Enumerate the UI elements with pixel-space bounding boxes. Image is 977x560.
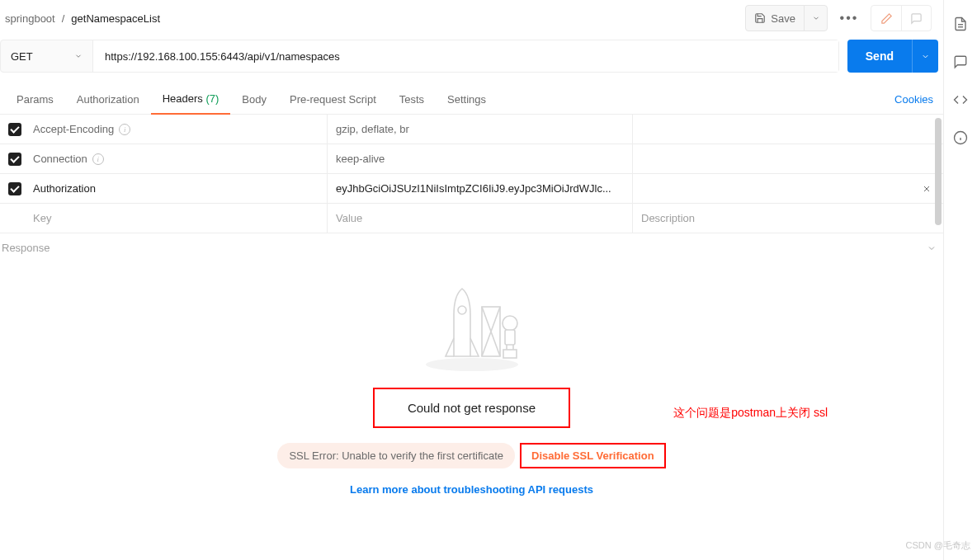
document-icon[interactable]: [953, 16, 968, 31]
topbar: springboot / getNamespaceList Save •••: [0, 0, 943, 40]
breadcrumb-parent[interactable]: springboot: [5, 12, 55, 25]
tab-authorization[interactable]: Authorization: [65, 85, 151, 114]
send-button[interactable]: Send: [847, 40, 912, 73]
right-rail: [944, 0, 977, 560]
rocket-illustration: [414, 282, 530, 373]
response-header: Response: [0, 233, 943, 259]
method-value: GET: [11, 50, 33, 63]
chevron-down-icon[interactable]: [927, 243, 937, 253]
breadcrumb-current[interactable]: getNamespaceList: [71, 12, 160, 25]
send-caret[interactable]: [912, 40, 938, 73]
table-row[interactable]: Accept-Encodingi gzip, deflate, br: [0, 115, 943, 144]
key-placeholder[interactable]: Key: [33, 212, 51, 224]
response-body: Could not get response SSL Error: Unable…: [0, 259, 943, 560]
checkbox[interactable]: [8, 123, 21, 136]
pencil-icon: [880, 12, 893, 25]
close-icon: [922, 184, 932, 194]
info-icon[interactable]: i: [92, 153, 104, 165]
annotation-text: 这个问题是postman上关闭 ssl: [673, 406, 828, 421]
comments-icon[interactable]: [953, 54, 968, 69]
send-group: Send: [847, 40, 938, 73]
chevron-down-icon: [921, 52, 930, 61]
ssl-error-pill: SSL Error: Unable to verify the first ce…: [277, 443, 515, 468]
learn-more-link[interactable]: Learn more about troubleshooting API req…: [350, 483, 593, 496]
headers-table: Accept-Encodingi gzip, deflate, br Conne…: [0, 115, 943, 233]
save-icon: [754, 12, 766, 24]
disable-ssl-box: Disable SSL Verification: [520, 443, 666, 468]
header-value[interactable]: keep-alive: [336, 153, 385, 165]
save-button-group: Save: [745, 5, 828, 31]
ellipsis-icon: •••: [840, 11, 859, 26]
more-button[interactable]: •••: [836, 5, 862, 31]
save-label: Save: [771, 12, 795, 25]
response-label: Response: [2, 242, 50, 254]
comment-button[interactable]: [901, 6, 931, 31]
svg-point-2: [426, 358, 518, 371]
value-placeholder[interactable]: Value: [336, 212, 362, 224]
tabs-row: Params Authorization Headers (7) Body Pr…: [0, 84, 943, 115]
header-value[interactable]: gzip, deflate, br: [336, 123, 409, 135]
desc-placeholder[interactable]: Description: [641, 212, 695, 224]
ssl-error-row: SSL Error: Unable to verify the first ce…: [277, 443, 665, 468]
code-icon[interactable]: [953, 92, 968, 107]
header-key[interactable]: Authorization: [33, 182, 96, 195]
send-label: Send: [866, 49, 894, 63]
table-row[interactable]: Connectioni keep-alive: [0, 144, 943, 174]
table-row-placeholder[interactable]: Key Value Description: [0, 204, 943, 233]
method-select[interactable]: GET: [1, 40, 93, 72]
table-row[interactable]: Authorization eyJhbGciOiJSUzI1NiIsImtpZC…: [0, 174, 943, 204]
svg-point-7: [503, 316, 517, 331]
comment-icon: [910, 12, 923, 25]
chevron-down-icon: [812, 14, 820, 22]
info-icon[interactable]: [953, 130, 968, 145]
tab-body[interactable]: Body: [230, 85, 278, 114]
tab-headers[interactable]: Headers (7): [151, 84, 231, 115]
svg-rect-9: [503, 350, 517, 358]
scrollbar-thumb[interactable]: [935, 118, 942, 225]
tab-prerequest[interactable]: Pre-request Script: [278, 85, 388, 114]
checkbox[interactable]: [8, 182, 21, 195]
svg-rect-8: [505, 330, 515, 345]
save-caret[interactable]: [804, 6, 827, 31]
breadcrumb-separator: /: [62, 12, 65, 25]
header-desc[interactable]: [632, 144, 943, 173]
error-title: Could not get response: [408, 401, 536, 415]
header-key[interactable]: Accept-Encoding: [33, 123, 114, 135]
url-input[interactable]: https://192.168.100.155:6443/api/v1/name…: [93, 40, 838, 72]
tab-params[interactable]: Params: [5, 85, 65, 114]
chevron-down-icon: [74, 52, 83, 60]
tab-tests[interactable]: Tests: [388, 85, 436, 114]
tab-settings[interactable]: Settings: [436, 85, 498, 114]
checkbox[interactable]: [8, 153, 21, 166]
save-button[interactable]: Save: [746, 6, 804, 31]
url-value: https://192.168.100.155:6443/api/v1/name…: [105, 50, 340, 63]
ssl-error-text: SSL Error: Unable to verify the first ce…: [289, 449, 503, 462]
disable-ssl-button[interactable]: Disable SSL Verification: [531, 449, 654, 462]
cookies-link[interactable]: Cookies: [894, 93, 938, 106]
header-desc[interactable]: [632, 115, 943, 144]
error-title-box: Could not get response: [373, 388, 570, 428]
header-value[interactable]: eyJhbGciOiJSUzI1NiIsImtpZCI6IiJ9.eyJpc3M…: [336, 182, 611, 195]
breadcrumb: springboot / getNamespaceList: [5, 12, 160, 25]
edit-button[interactable]: [871, 6, 901, 31]
info-icon[interactable]: i: [119, 124, 130, 135]
tool-group: [871, 5, 932, 31]
url-bar: GET https://192.168.100.155:6443/api/v1/…: [0, 40, 943, 84]
header-key[interactable]: Connection: [33, 153, 87, 165]
watermark: CSDN @毛奇志: [906, 539, 970, 552]
header-desc[interactable]: [632, 174, 910, 203]
